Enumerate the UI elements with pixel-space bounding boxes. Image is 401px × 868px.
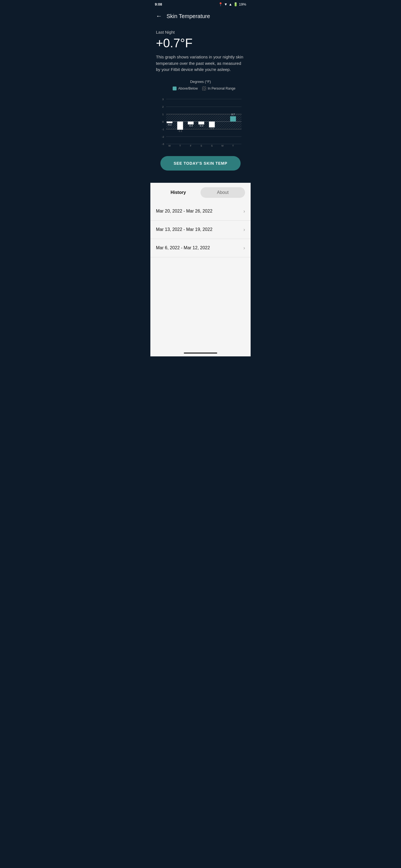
home-indicator xyxy=(150,350,251,356)
svg-text:T: T xyxy=(179,145,181,147)
svg-text:W: W xyxy=(169,145,171,147)
history-item[interactable]: Mar 6, 2022 - Mar 12, 2022 › xyxy=(150,239,251,257)
svg-text:3: 3 xyxy=(162,97,164,100)
svg-text:T: T xyxy=(232,145,234,147)
svg-text:-0.8: -0.8 xyxy=(210,127,214,130)
status-time: 9:08 xyxy=(155,2,162,6)
svg-text:-3: -3 xyxy=(162,143,164,146)
svg-text:0: 0 xyxy=(162,120,164,123)
status-icons: 📍 ▼ ▲ 🔋 19% xyxy=(218,2,246,6)
svg-text:2: 2 xyxy=(162,105,164,108)
chart-title: Degrees (°F) xyxy=(156,80,245,84)
svg-text:-1: -1 xyxy=(162,128,164,131)
tabs-container: History About xyxy=(150,183,251,202)
tab-about[interactable]: About xyxy=(200,187,245,198)
tab-history[interactable]: History xyxy=(156,187,200,198)
see-today-button[interactable]: SEE TODAY'S SKIN TEMP xyxy=(161,156,240,170)
svg-text:M: M xyxy=(221,145,223,147)
bar-t24 xyxy=(177,121,183,129)
signal-icon: ▲ xyxy=(229,2,232,6)
svg-text:S: S xyxy=(200,145,202,147)
legend-hatch-box xyxy=(202,87,206,90)
wifi-icon: ▼ xyxy=(224,2,228,6)
location-icon: 📍 xyxy=(218,2,223,6)
bar-w23 xyxy=(167,121,172,123)
battery-icon: 🔋 xyxy=(233,2,238,6)
chart-legend: Above/Below In Personal Range xyxy=(156,87,245,90)
legend-hatch: In Personal Range xyxy=(202,87,235,90)
svg-text:0.7: 0.7 xyxy=(231,113,235,116)
page-title: Skin Temperature xyxy=(167,13,210,20)
dark-section: Last Night +0.7°F This graph shows varia… xyxy=(150,25,251,183)
status-bar: 9:08 📍 ▼ ▲ 🔋 19% xyxy=(150,0,251,9)
bar-s26 xyxy=(198,121,204,124)
chevron-right-icon: › xyxy=(244,227,245,232)
header: ← Skin Temperature xyxy=(150,9,251,25)
light-section: History About Mar 20, 2022 - Mar 26, 202… xyxy=(150,183,251,350)
chevron-right-icon: › xyxy=(244,245,245,251)
bar-t29 xyxy=(230,116,236,121)
history-list: Mar 20, 2022 - Mar 26, 2022 › Mar 13, 20… xyxy=(150,202,251,257)
svg-text:1: 1 xyxy=(162,113,164,116)
back-button[interactable]: ← xyxy=(155,11,163,21)
home-bar xyxy=(184,352,217,353)
last-night-label: Last Night xyxy=(156,30,245,34)
legend-solid-label: Above/Below xyxy=(178,87,198,90)
legend-solid-box xyxy=(173,87,176,90)
battery-percent: 19% xyxy=(239,2,246,6)
legend-hatch-label: In Personal Range xyxy=(208,87,235,90)
svg-text:-1.1: -1.1 xyxy=(178,129,182,132)
history-item-label: Mar 20, 2022 - Mar 26, 2022 xyxy=(156,209,212,214)
chart-svg: 3 2 1 0 -1 -2 -3 xyxy=(158,94,243,147)
chevron-right-icon: › xyxy=(244,208,245,214)
history-item-label: Mar 6, 2022 - Mar 12, 2022 xyxy=(156,245,210,250)
chart-container: Degrees (°F) Above/Below In Personal Ran… xyxy=(156,80,245,153)
svg-text:F: F xyxy=(190,145,191,147)
legend-solid: Above/Below xyxy=(173,87,198,90)
description-text: This graph shows variations in your nigh… xyxy=(156,54,245,73)
bar-s27 xyxy=(209,121,215,127)
svg-text:-0.2: -0.2 xyxy=(167,123,172,126)
history-item-label: Mar 13, 2022 - Mar 19, 2022 xyxy=(156,227,212,232)
history-item[interactable]: Mar 13, 2022 - Mar 19, 2022 › xyxy=(150,221,251,239)
bar-f25 xyxy=(188,121,194,124)
history-item[interactable]: Mar 20, 2022 - Mar 26, 2022 › xyxy=(150,202,251,221)
svg-text:-0.4: -0.4 xyxy=(189,124,193,127)
svg-text:-0.4: -0.4 xyxy=(199,124,203,127)
svg-text:S: S xyxy=(211,145,213,147)
svg-text:-2: -2 xyxy=(162,135,164,138)
temperature-value: +0.7°F xyxy=(156,36,245,50)
